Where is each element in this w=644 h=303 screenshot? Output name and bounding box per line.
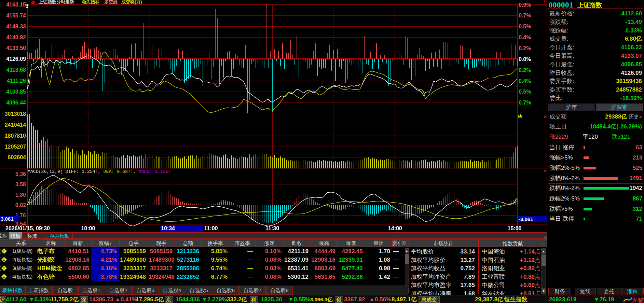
svg-text:0.5%: 0.5%	[519, 24, 531, 29]
svg-text:11:30: 11:30	[265, 225, 279, 231]
svg-text:4118.68: 4118.68	[6, 67, 26, 73]
svg-text:2026/01/15, 09:30: 2026/01/15, 09:30	[5, 225, 50, 231]
svg-text:3013018: 3013018	[5, 111, 26, 117]
svg-text:1.80: 1.80	[15, 192, 26, 198]
svg-text:14:00: 14:00	[388, 225, 402, 231]
svg-text:5.36: 5.36	[15, 171, 26, 177]
svg-text:成交额(万): 成交额(万)	[121, 0, 142, 4]
svg-text:15:00: 15:00	[508, 225, 522, 231]
svg-text:多空线: 多空线	[104, 0, 118, 4]
svg-text:4103.85: 4103.85	[6, 89, 26, 95]
svg-text:1205207: 1205207	[5, 144, 26, 150]
svg-text:602604: 602604	[8, 154, 26, 160]
svg-text:上证指数分时走势: 上证指数分时走势	[39, 0, 74, 4]
svg-text:领先指标: 领先指标	[81, 0, 99, 4]
svg-text:3.58: 3.58	[15, 181, 26, 187]
svg-text:4111.26: 4111.26	[7, 78, 26, 84]
svg-text:MACD(26,12,9) DIFF: 1.254↑, DE: MACD(26,12,9) DIFF: 1.254↑, DEA: 0.687↑,…	[28, 169, 171, 174]
svg-text:4140.92: 4140.92	[6, 35, 26, 40]
svg-text:4133.50: 4133.50	[6, 45, 26, 51]
svg-text:0.5%: 0.5%	[519, 89, 531, 95]
svg-text:0.7%: 0.7%	[519, 13, 531, 18]
svg-text:4148.33: 4148.33	[6, 24, 26, 29]
svg-text:4126.09: 4126.09	[6, 56, 26, 62]
svg-text:0.4%: 0.4%	[519, 78, 531, 84]
svg-text:0.02: 0.02	[15, 202, 26, 208]
svg-text:0.7%: 0.7%	[519, 100, 531, 106]
svg-text:-3.061: -3.061	[519, 216, 533, 222]
svg-text:10:34: 10:34	[161, 225, 175, 231]
svg-text:4096.44: 4096.44	[6, 100, 26, 106]
svg-text:2410414: 2410414	[5, 122, 26, 128]
svg-text:0.2%: 0.2%	[519, 67, 531, 73]
svg-text:4163.15: 4163.15	[6, 2, 26, 8]
svg-text:0.2%: 0.2%	[519, 45, 531, 51]
svg-text:11:00: 11:00	[204, 225, 218, 231]
svg-text:10:00: 10:00	[81, 225, 95, 231]
svg-text:0.4%: 0.4%	[519, 35, 531, 40]
svg-text:0.9%: 0.9%	[519, 2, 531, 8]
svg-text:1807810: 1807810	[5, 133, 26, 139]
svg-text:0.0%: 0.0%	[519, 56, 531, 62]
svg-text:4155.74: 4155.74	[6, 13, 26, 18]
svg-text:3.061: 3.061	[1, 216, 14, 222]
